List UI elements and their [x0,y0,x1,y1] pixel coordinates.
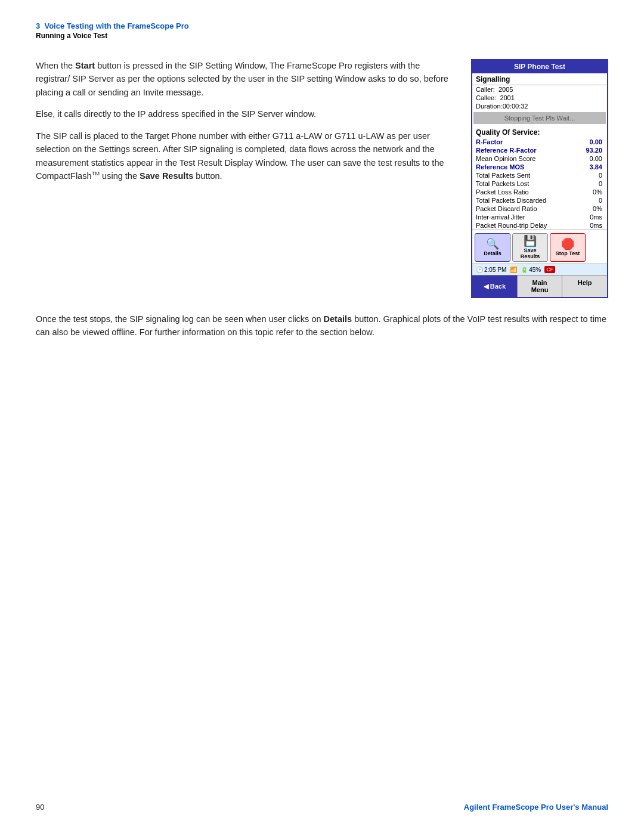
qos-value: 0 [575,196,607,205]
clock-icon: 🕑 [476,267,483,273]
duration-value: 00:00:32 [503,103,528,110]
qos-label: Total Packets Lost [472,179,575,188]
qos-value: 0.00 [575,138,607,146]
help-button[interactable]: Help [562,275,607,297]
duration-label: Duration: [476,103,503,110]
main-menu-button[interactable]: MainMenu [517,275,563,297]
caller-row: Caller: 2005 [472,85,607,94]
qos-value: 0% [575,188,607,196]
qos-value: 0% [575,205,607,213]
device-status-row: 🕑 2:05 PM 📶 🔋 45% CF [472,264,607,275]
stop-test-button[interactable]: 🛑 Stop Test [550,233,586,262]
lower-text: Once the test stops, the SIP signaling l… [0,312,644,366]
qos-header: Quality Of Service: [472,126,607,138]
device-screen: SIP Phone Test Signalling Caller: 2005 C… [471,59,608,298]
qos-value: 0.00 [575,154,607,163]
qos-label: Packet Loss Ratio [472,188,575,196]
page-footer: 90 Agilent FrameScope Pro User's Manual [36,803,608,812]
qos-label: Packet Discard Ratio [472,205,575,213]
callee-value: 2001 [500,94,514,101]
section-title: Running a Voice Test [36,32,608,40]
qos-value: 0ms [575,213,607,221]
qos-value: 0ms [575,221,607,230]
save-results-button[interactable]: 💾 SaveResults [512,233,548,262]
stopping-status: Stopping Test Pls Wait... [473,112,606,124]
qos-value: 0 [575,171,607,179]
qos-label: Total Packets Discarded [472,196,575,205]
qos-label: Inter-arrival Jitter [472,213,575,221]
stop-label: Stop Test [556,250,580,256]
status-time: 🕑 2:05 PM [476,267,506,273]
qos-value: 3.84 [575,163,607,171]
signal-icon: 📶 [510,267,517,273]
battery-value: 45% [529,267,541,273]
paragraph-4: Once the test stops, the SIP signaling l… [36,312,608,339]
save-label: SaveResults [521,247,540,259]
save-icon: 💾 [524,236,537,246]
qos-label: Reference MOS [472,163,575,171]
status-battery: 🔋 45% [521,267,541,273]
qos-value: 93.20 [575,146,607,154]
stop-icon: 🛑 [561,239,574,249]
callee-label: Callee: [476,94,496,101]
qos-row: Packet Round-trip Delay0ms [472,221,607,230]
device-title-bar: SIP Phone Test [472,60,607,73]
qos-row: Reference MOS3.84 [472,163,607,171]
qos-table: R-Factor0.00Reference R-Factor93.20Mean … [472,138,607,230]
details-label: Details [484,250,501,256]
qos-label: Reference R-Factor [472,146,575,154]
signalling-header: Signalling [472,73,607,85]
qos-row: Total Packets Lost0 [472,179,607,188]
callee-row: Callee: 2001 [472,94,607,102]
chapter-name: Voice Testing with the FrameScope Pro [44,21,188,30]
page-number: 90 [36,803,44,812]
status-signal: 📶 [510,267,517,273]
battery-icon: 🔋 [521,267,528,273]
qos-label: Packet Round-trip Delay [472,221,575,230]
qos-row: Inter-arrival Jitter0ms [472,213,607,221]
page-header: 3 Voice Testing with the FrameScope Pro … [0,0,644,45]
qos-label: R-Factor [472,138,575,146]
paragraph-2: Else, it calls directly to the IP addres… [36,107,453,120]
main-content: When the Start button is pressed in the … [0,45,644,312]
qos-row: Packet Discard Ratio0% [472,205,607,213]
details-icon: 🔍 [486,239,499,249]
qos-row: Mean Opinion Score0.00 [472,154,607,163]
caller-label: Caller: [476,86,495,93]
qos-row: Packet Loss Ratio0% [472,188,607,196]
paragraph-3: The SIP call is placed to the Target Pho… [36,129,453,183]
paragraph-1: When the Start button is pressed in the … [36,59,453,99]
duration-row: Duration:00:00:32 [472,102,607,110]
caller-value: 2005 [499,86,513,93]
qos-value: 0 [575,179,607,188]
back-button[interactable]: ◀ Back [472,275,517,297]
qos-row: R-Factor0.00 [472,138,607,146]
device-nav: ◀ Back MainMenu Help [472,275,607,297]
qos-row: Total Packets Discarded0 [472,196,607,205]
manual-title: Agilent FrameScope Pro User's Manual [464,803,608,812]
qos-label: Mean Opinion Score [472,154,575,163]
device-column: SIP Phone Test Signalling Caller: 2005 C… [471,59,608,298]
chapter-num: 3 [36,21,40,30]
qos-row: Reference R-Factor93.20 [472,146,607,154]
text-column: When the Start button is pressed in the … [36,59,453,298]
details-button[interactable]: 🔍 Details [475,233,510,262]
qos-row: Total Packets Sent0 [472,171,607,179]
time-value: 2:05 PM [484,267,506,273]
qos-label: Total Packets Sent [472,171,575,179]
cf-card-indicator: CF [544,266,555,273]
device-action-buttons: 🔍 Details 💾 SaveResults 🛑 Stop Test [472,230,607,264]
chapter-title: 3 Voice Testing with the FrameScope Pro [36,21,608,30]
